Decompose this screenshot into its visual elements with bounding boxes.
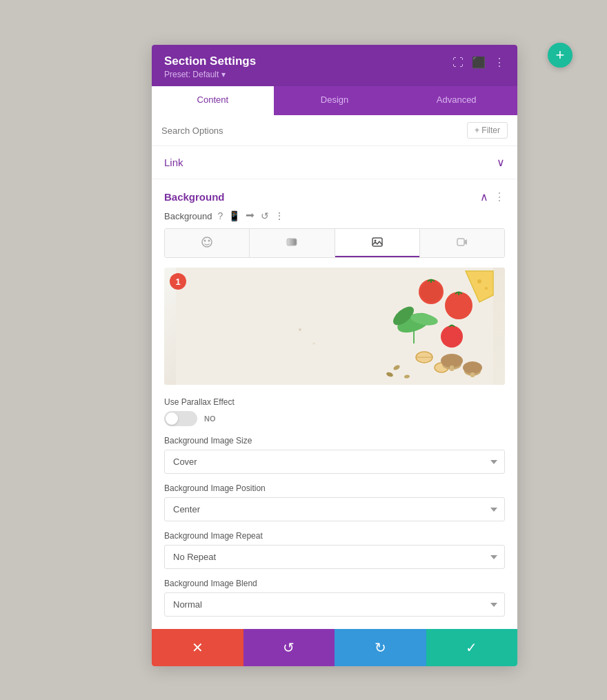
bg-blend-label: Background Image Blend [164, 579, 505, 588]
bg-image-size-field: Background Image Size Cover Contain Auto… [164, 436, 505, 474]
bg-tab-color[interactable] [165, 229, 250, 257]
parallax-toggle-row: NO [164, 411, 505, 426]
add-button[interactable]: + [548, 43, 573, 68]
confirm-button[interactable]: ✓ [426, 629, 518, 666]
panel-preset[interactable]: Preset: Default ▾ [164, 70, 256, 79]
bg-tab-gradient[interactable] [250, 229, 335, 257]
tab-content[interactable]: Content [152, 86, 274, 115]
cancel-icon: ✕ [192, 639, 203, 656]
svg-point-0 [202, 237, 212, 247]
link-section-row[interactable]: Link ∨ [152, 146, 517, 179]
section-settings-panel: Section Settings Preset: Default ▾ ⛶ ⬛ ⋮… [152, 45, 517, 666]
background-section-title: Background [164, 191, 225, 203]
more-icon[interactable]: ⋮ [494, 56, 505, 69]
tab-design[interactable]: Design [274, 86, 396, 115]
bg-blend-select[interactable]: Normal Multiply Screen Overlay Darken Li… [164, 592, 505, 617]
redo-button[interactable]: ↻ [335, 629, 426, 666]
tab-advanced[interactable]: Advanced [395, 86, 517, 115]
cancel-button[interactable]: ✕ [152, 629, 243, 666]
bg-repeat-label: Background Image Repeat [164, 531, 505, 541]
svg-point-8 [299, 328, 301, 331]
svg-rect-28 [470, 372, 475, 377]
bg-cursor-icon[interactable]: ⮕ [246, 210, 255, 221]
collapse-icon[interactable]: ∧ [480, 190, 488, 203]
bg-position-select[interactable]: Center Top Left Top Center Top Right Cen… [164, 497, 505, 521]
food-illustration [164, 268, 505, 385]
bg-tab-video[interactable] [420, 229, 504, 257]
svg-point-34 [485, 287, 488, 290]
svg-rect-4 [372, 238, 382, 246]
background-more-icon[interactable]: ⋮ [494, 190, 505, 203]
fullscreen-icon[interactable]: ⛶ [452, 57, 464, 69]
toggle-knob [166, 412, 178, 425]
svg-rect-6 [457, 239, 464, 246]
filter-button[interactable]: + Filter [467, 122, 508, 139]
svg-point-15 [441, 326, 463, 348]
tab-bar: Content Design Advanced [152, 86, 517, 115]
bg-tab-image[interactable] [335, 229, 420, 257]
svg-point-1 [204, 240, 206, 242]
bg-help-icon[interactable]: ? [217, 210, 223, 221]
panel-header: Section Settings Preset: Default ▾ ⛶ ⬛ ⋮ [152, 45, 517, 86]
parallax-toggle[interactable] [164, 411, 197, 426]
bg-options-icon[interactable]: ⋮ [275, 210, 284, 221]
svg-point-5 [374, 240, 376, 242]
bg-size-label: Background Image Size [164, 436, 505, 446]
panel-header-icons: ⛶ ⬛ ⋮ [452, 56, 505, 69]
parallax-label: Use Parallax Effect [164, 397, 505, 407]
plus-icon: + [556, 46, 565, 64]
reset-button[interactable]: ↺ [243, 629, 335, 666]
bg-image-repeat-field: Background Image Repeat No Repeat Repeat… [164, 531, 505, 569]
reset-icon: ↺ [283, 639, 295, 656]
layer-badge: 1 [170, 273, 186, 290]
panel-header-info: Section Settings Preset: Default ▾ [164, 54, 256, 79]
redo-icon: ↻ [375, 639, 386, 656]
background-title-icons: ∧ ⋮ [480, 190, 505, 203]
footer-bar: ✕ ↺ ↻ ✓ [152, 629, 517, 666]
bg-size-select[interactable]: Cover Contain Auto Custom [164, 450, 505, 474]
background-title-row: Background ∧ ⋮ [164, 179, 505, 210]
bg-image-blend-field: Background Image Blend Normal Multiply S… [164, 579, 505, 617]
svg-point-33 [477, 279, 481, 283]
svg-point-13 [445, 292, 472, 319]
bg-label-row: Background ? 📱 ⮕ ↺ ⋮ [164, 210, 505, 221]
svg-rect-3 [287, 239, 297, 246]
panel-title: Section Settings [164, 54, 256, 68]
background-section: Background ∧ ⋮ Background ? 📱 ⮕ ↺ ⋮ [152, 179, 517, 629]
svg-point-27 [463, 361, 482, 374]
svg-point-11 [421, 281, 441, 302]
link-chevron-icon: ∨ [497, 156, 505, 169]
bg-control-icons: ? 📱 ⮕ ↺ ⋮ [217, 210, 284, 221]
link-section-title: Link [164, 157, 183, 168]
search-input[interactable] [161, 126, 467, 136]
bg-image-position-field: Background Image Position Center Top Lef… [164, 483, 505, 521]
confirm-icon: ✓ [466, 639, 477, 656]
svg-rect-25 [450, 366, 454, 371]
bg-mobile-icon[interactable]: 📱 [228, 210, 240, 221]
split-icon[interactable]: ⬛ [472, 56, 486, 69]
filter-label: + Filter [475, 126, 500, 135]
toggle-no-label: NO [204, 414, 216, 423]
parallax-field: Use Parallax Effect NO [164, 397, 505, 426]
bg-reset-icon[interactable]: ↺ [261, 210, 269, 221]
bg-type-tabs [164, 228, 505, 258]
bg-repeat-select[interactable]: No Repeat Repeat Repeat X Repeat Y [164, 545, 505, 569]
svg-point-2 [208, 240, 210, 242]
svg-point-9 [313, 343, 315, 345]
bg-sub-label: Background [164, 211, 212, 221]
search-bar: + Filter [152, 115, 517, 146]
bg-image-canvas [164, 268, 505, 385]
bg-position-label: Background Image Position [164, 483, 505, 493]
bg-image-preview: 1 [164, 268, 505, 385]
panel-body: + Filter Link ∨ Background ∧ ⋮ Backgroun… [152, 115, 517, 629]
